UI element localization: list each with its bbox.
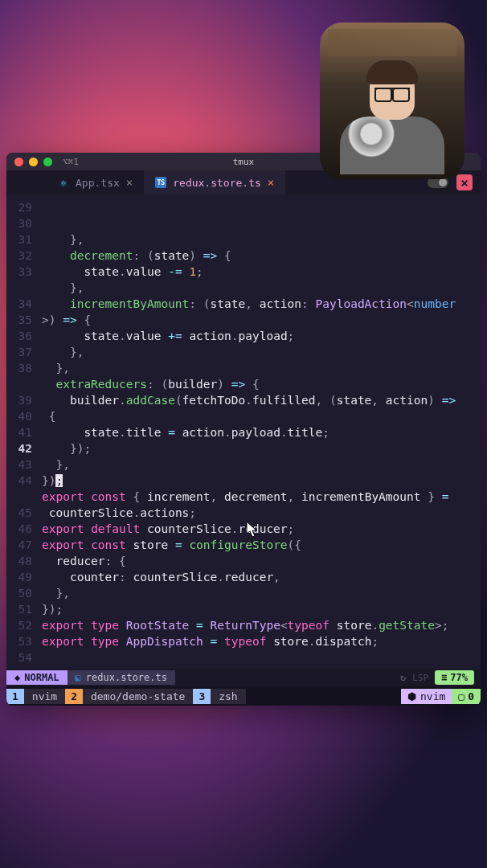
lines-icon: ≡ <box>441 672 447 683</box>
tmux-app-label: nvim <box>420 690 445 702</box>
tmux-window-2-label[interactable]: demo/demo-state <box>83 689 193 704</box>
react-icon: ⚛ <box>58 177 69 188</box>
tmux-window-1-num[interactable]: 1 <box>6 689 24 704</box>
tmux-window-3-num[interactable]: 3 <box>193 689 211 704</box>
tab-redux-store[interactable]: TS redux.store.ts × <box>144 170 285 194</box>
file-name: redux.store.ts <box>86 672 167 683</box>
reload-icon: ↻ <box>400 672 406 683</box>
percent-badge: ≡ 77% <box>435 670 474 685</box>
tab-app-tsx[interactable]: ⚛ App.tsx × <box>47 170 144 194</box>
tmux-status-line: 1 nvim 2 demo/demo-state 3 zsh ⬢ nvim ▢ … <box>6 686 481 706</box>
close-dot[interactable] <box>14 158 23 166</box>
close-icon[interactable]: × <box>126 176 133 189</box>
terminal-window: ⌥⌘1 tmux ⚛ App.tsx × TS redux.store.ts ×… <box>6 153 481 706</box>
tab-label: App.tsx <box>76 177 120 189</box>
tmux-window-3-label[interactable]: zsh <box>211 689 245 704</box>
maximize-dot[interactable] <box>43 158 52 166</box>
typescript-icon: ⬕ <box>76 672 81 683</box>
pin-icon: ⬢ <box>407 690 416 702</box>
code-content[interactable]: }, decrement: (state) => { state.value -… <box>39 194 481 669</box>
minimize-dot[interactable] <box>29 158 38 166</box>
mode-text: NORMAL <box>24 672 59 683</box>
close-button[interactable]: × <box>456 174 473 190</box>
session-icon: ▢ <box>458 690 464 702</box>
percent-text: 77% <box>450 672 468 683</box>
titlebar-shortcut: ⌥⌘1 <box>63 157 79 167</box>
status-line: ◆ NORMAL ⬕ redux.store.ts ↻ LSP ≡ 77% <box>6 669 481 686</box>
session-num: 0 <box>468 690 474 702</box>
lsp-label: LSP <box>412 673 428 683</box>
tmux-right-app: ⬢ nvim <box>401 689 452 704</box>
tab-label: redux.store.ts <box>173 177 261 189</box>
tmux-session-badge: ▢ 0 <box>452 689 481 704</box>
line-gutter: 2930313233 3435363738 394041424344 45464… <box>6 194 39 669</box>
webcam-overlay <box>320 23 464 179</box>
code-editor[interactable]: 2930313233 3435363738 394041424344 45464… <box>6 194 481 669</box>
tmux-window-1-label[interactable]: nvim <box>24 689 65 704</box>
window-title: tmux <box>233 157 255 167</box>
tmux-window-2-num[interactable]: 2 <box>65 689 83 704</box>
typescript-icon: TS <box>155 177 166 188</box>
file-badge: ⬕ redux.store.ts <box>68 670 175 685</box>
vim-mode-badge: ◆ NORMAL <box>6 670 68 685</box>
vim-icon: ◆ <box>14 672 20 683</box>
close-icon[interactable]: × <box>268 176 274 189</box>
